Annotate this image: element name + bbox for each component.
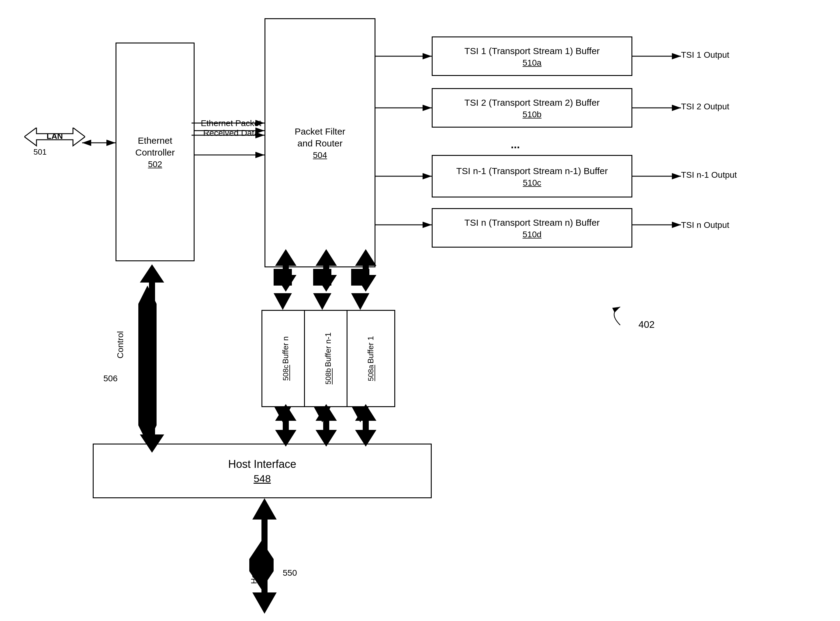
buffer-508b-box: Buffer n-1 508b <box>304 310 352 407</box>
svg-marker-19 <box>273 293 292 310</box>
packet-filter-label: Packet Filterand Router <box>295 126 345 149</box>
svg-marker-52 <box>355 266 377 292</box>
svg-marker-48 <box>316 266 337 292</box>
tsi1-id: 510a <box>523 58 541 68</box>
tsi2-id: 510b <box>523 110 541 120</box>
buffer-508c-box: Buffer n 508c <box>261 310 310 407</box>
packet-filter-box: Packet Filterand Router 504 <box>264 18 375 267</box>
tsi-n-output-label: TSI n Output <box>681 220 729 230</box>
tsi1-output-label: TSI 1 Output <box>681 50 729 60</box>
svg-marker-56 <box>252 520 276 614</box>
lan-id: 501 <box>33 147 47 157</box>
eth-packet-arrows <box>191 115 270 143</box>
buf508b-bot-arrow <box>313 404 340 447</box>
tsi-n1-output-label: TSI n-1 Output <box>681 170 737 180</box>
ethernet-controller-id: 502 <box>148 159 163 169</box>
figure-arrow <box>596 301 657 337</box>
tsi-n1-id: 510c <box>523 178 541 188</box>
lan-shape: LAN 501 <box>24 127 85 162</box>
tsi-n1-buffer-box: TSI n-1 (Transport Stream n-1) Buffer 51… <box>432 155 632 197</box>
tsi2-buffer-box: TSI 2 (Transport Stream 2) Buffer 510b <box>432 88 632 127</box>
tsi1-buffer-box: TSI 1 (Transport Stream 1) Buffer 510a <box>432 36 632 76</box>
buf508c-top-arrow <box>272 249 299 292</box>
buf508c-bot-arrow <box>272 404 299 447</box>
host-interface-id: 548 <box>254 473 271 485</box>
buffer-508a-label: Buffer 1 <box>366 336 376 364</box>
tsi1-label: TSI 1 (Transport Stream 1) Buffer <box>464 45 600 57</box>
svg-marker-54 <box>355 421 377 447</box>
diagram: LAN 501 EthernetController 502 Ethernet … <box>0 0 840 621</box>
control-arrow-svg <box>134 264 170 453</box>
tsi-n-id: 510d <box>523 230 541 239</box>
buffer-508b-id: 508b <box>324 368 333 384</box>
svg-marker-31 <box>351 293 369 310</box>
ellipsis: ... <box>511 138 520 151</box>
tsi2-output-label: TSI 2 Output <box>681 102 729 112</box>
svg-text:LAN: LAN <box>47 132 62 141</box>
buf508a-top-arrow <box>352 249 380 292</box>
buf508b-top-arrow <box>313 249 340 292</box>
ethernet-controller-label: EthernetController <box>135 135 175 158</box>
tsi-n-label: TSI n (Transport Stream n) Buffer <box>464 217 600 229</box>
packet-filter-id: 504 <box>313 150 327 160</box>
host-bus-id: 550 <box>283 568 297 578</box>
ethernet-controller-box: EthernetController 502 <box>115 42 194 261</box>
svg-marker-46 <box>275 421 296 447</box>
buffer-508a-box: Buffer 1 508a <box>346 310 395 407</box>
host-bus-arrow <box>249 498 280 614</box>
buffer-508a-id: 508a <box>367 365 375 381</box>
svg-marker-44 <box>275 266 296 292</box>
buffer-508b-label: Buffer n-1 <box>323 332 334 367</box>
control-label: Control <box>115 334 125 359</box>
svg-marker-25 <box>313 293 331 310</box>
host-interface-label: Host Interface <box>228 457 296 471</box>
tsi-n-buffer-box: TSI n (Transport Stream n) Buffer 510d <box>432 208 632 248</box>
buffer-508c-id: 508c <box>281 365 290 381</box>
svg-marker-42 <box>140 283 164 453</box>
tsi-n1-label: TSI n-1 (Transport Stream n-1) Buffer <box>456 165 608 177</box>
svg-marker-50 <box>316 421 337 447</box>
buffer-508c-label: Buffer n <box>281 336 291 364</box>
control-id: 506 <box>103 374 118 383</box>
tsi2-label: TSI 2 (Transport Stream 2) Buffer <box>464 97 600 109</box>
buf508a-bot-arrow <box>352 404 380 447</box>
